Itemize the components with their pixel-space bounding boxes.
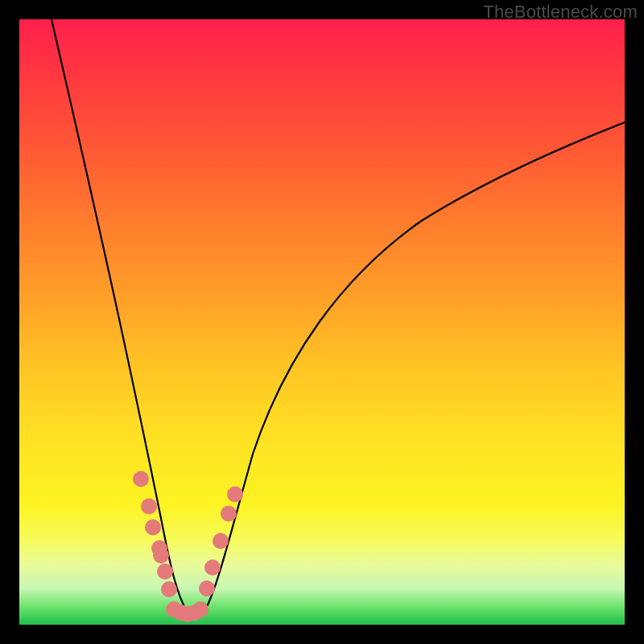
- data-point: [157, 564, 173, 580]
- data-point: [213, 533, 229, 549]
- data-point: [145, 519, 161, 535]
- bottleneck-curve: [52, 19, 625, 616]
- data-point: [153, 547, 169, 564]
- data-point: [133, 471, 149, 487]
- data-point: [199, 580, 215, 597]
- data-point: [141, 498, 157, 514]
- data-point: [192, 601, 208, 617]
- data-point: [221, 506, 237, 522]
- chart-svg: [19, 19, 625, 625]
- watermark-text: TheBottleneck.com: [483, 2, 638, 23]
- data-point: [227, 486, 243, 502]
- chart-frame: TheBottleneck.com: [0, 0, 644, 644]
- plot-area: [19, 19, 625, 625]
- data-point: [161, 581, 177, 597]
- data-point: [204, 559, 221, 576]
